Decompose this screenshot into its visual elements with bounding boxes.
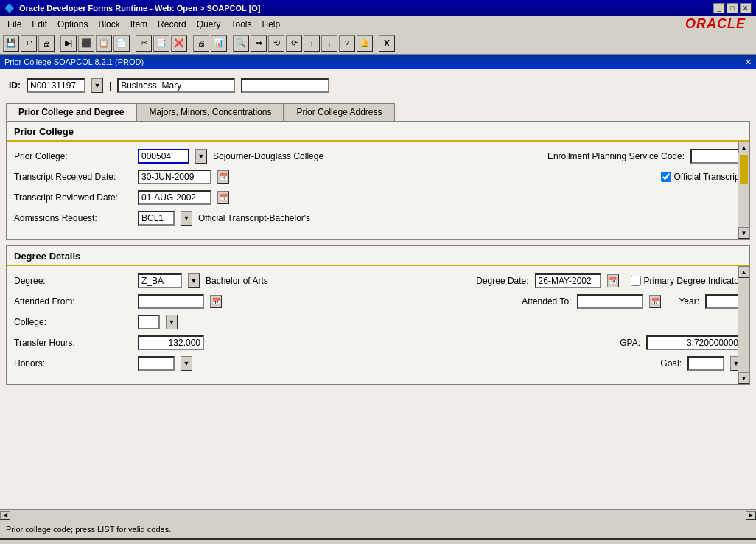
year-input[interactable] [705,294,742,309]
gpa-input[interactable] [646,335,742,350]
transcript-received-label: Transcript Received Date: [14,172,132,182]
toolbar-btn17[interactable]: 🔔 [357,35,373,52]
toolbar-btn12[interactable]: ⟲ [268,35,284,52]
degree-code-input[interactable] [138,273,182,288]
attended-to-cal-btn[interactable]: 📅 [649,295,661,308]
official-transcript-checkbox[interactable] [661,172,671,182]
menu-record[interactable]: Record [153,18,191,31]
toolbar-btn7[interactable]: ❌ [171,35,187,52]
toolbar-back-btn[interactable]: ↩ [21,35,37,52]
gpa-label: GPA: [620,338,640,348]
menu-block[interactable]: Block [94,18,124,31]
prior-college-dropdown[interactable]: ▼ [195,149,207,164]
year-label: Year: [679,296,699,307]
toolbar-btn15[interactable]: ↓ [321,35,337,52]
transcript-reviewed-input[interactable] [138,190,211,205]
toolbar-print-btn[interactable]: 🖨 [38,35,55,52]
admissions-name: Official Transcript-Bachelor's [198,213,310,223]
toolbar-btn11[interactable]: ➡ [251,35,267,52]
official-transcript-label: Official Transcript [674,172,742,182]
toolbar-x-button[interactable]: X [379,35,395,52]
admissions-dropdown[interactable]: ▼ [181,211,192,226]
honors-input[interactable] [138,356,175,371]
transcript-received-cal-btn[interactable]: 📅 [217,170,229,184]
id-separator: | [109,80,111,91]
degree-details-header: Degree Details [7,246,749,266]
tab-address[interactable]: Prior College Address [284,103,394,121]
transcript-received-input[interactable] [138,170,211,184]
scroll-up-btn[interactable]: ▲ [738,142,749,153]
toolbar-btn14[interactable]: ↑ [304,35,320,52]
h-scroll-track [10,511,746,520]
menu-items: File Edit Options Block Item Record Quer… [3,18,284,31]
close-button[interactable]: ✕ [740,3,752,13]
toolbar-btn2[interactable]: ⬛ [78,35,94,52]
bottom-bar: Record: 1/? | ... | <OSC> [0,538,756,544]
toolbar-btn16[interactable]: ? [339,35,355,52]
toolbar-btn5[interactable]: ✂ [136,35,152,52]
attended-to-label: Attended To: [522,296,571,307]
toolbar-save-btn[interactable]: 💾 [3,35,19,52]
menu-file[interactable]: File [3,18,26,31]
transfer-hours-input[interactable] [138,335,204,350]
toolbar-btn8[interactable]: 🖨 [193,35,209,52]
degree-scroll-up[interactable]: ▲ [738,266,749,278]
prior-college-name: Sojourner-Douglass College [213,151,323,161]
degree-scrollbar[interactable]: ▲ ▼ [738,266,749,384]
menu-help[interactable]: Help [257,18,284,31]
admissions-code-input[interactable] [138,211,175,226]
horizontal-scrollbar[interactable]: ◀ ▶ [0,509,756,520]
menu-edit[interactable]: Edit [27,18,52,31]
prior-college-body: Prior College: ▼ Sojourner-Douglass Coll… [7,142,749,239]
window-title: Oracle Developer Forms Runtime - Web: Op… [19,4,261,13]
main-content: ID: ▼ | Prior College and Degree Majors,… [0,69,756,509]
scroll-down-btn[interactable]: ▼ [738,227,749,239]
transfer-gpa-row: Transfer Hours: GPA: [14,335,742,350]
toolbar-btn4[interactable]: 📄 [113,35,130,52]
degree-name: Bachelor of Arts [206,276,268,286]
degree-scroll-down[interactable]: ▼ [738,372,749,384]
primary-degree-checkbox[interactable] [631,276,641,286]
attended-from-input[interactable] [138,294,204,309]
menu-options[interactable]: Options [53,18,92,31]
prior-college-code-input[interactable] [138,149,189,164]
toolbar-btn13[interactable]: ⟳ [286,35,302,52]
status-bar: Prior college code; press LIST for valid… [0,520,756,538]
tab-prior-college[interactable]: Prior College and Degree [6,103,136,121]
menu-query[interactable]: Query [192,18,225,31]
toolbar-btn1[interactable]: ▶| [60,35,77,52]
id-input[interactable] [27,78,85,93]
college-dropdown[interactable]: ▼ [166,315,178,329]
enrollment-input[interactable] [690,149,742,164]
toolbar-btn6[interactable]: 📑 [153,35,169,52]
oracle-logo: ORACLE [685,16,753,32]
id-dropdown-btn[interactable]: ▼ [91,78,103,93]
tab-majors[interactable]: Majors, Minors, Concentrations [136,103,284,121]
form-close-icon[interactable]: ✕ [745,57,752,67]
prior-college-scrollbar[interactable]: ▲ ▼ [738,142,749,239]
honors-label: Honors: [14,358,132,369]
attended-to-input[interactable] [577,294,643,309]
transcript-reviewed-cal-btn[interactable]: 📅 [217,191,229,204]
toolbar-btn3[interactable]: 📋 [96,35,112,52]
degree-details-body: Degree: ▼ Bachelor of Arts Degree Date: … [7,266,749,384]
degree-dropdown[interactable]: ▼ [188,273,200,288]
name-input[interactable] [117,78,235,93]
college-code-input[interactable] [138,315,160,329]
h-scroll-left-btn[interactable]: ◀ [0,511,10,520]
minimize-button[interactable]: _ [713,3,725,13]
maximize-button[interactable]: □ [727,3,738,13]
degree-date-input[interactable] [535,273,601,288]
toolbar-btn9[interactable]: 📊 [211,35,227,52]
menu-item[interactable]: Item [126,18,152,31]
h-scroll-right-btn[interactable]: ▶ [746,511,756,520]
toolbar-btn10[interactable]: 🔍 [233,35,249,52]
goal-input[interactable] [687,356,724,371]
degree-date-cal-btn[interactable]: 📅 [607,274,619,287]
honors-dropdown[interactable]: ▼ [181,356,192,371]
extra-field[interactable] [241,78,329,93]
prior-college-label: Prior College: [14,151,132,161]
attended-from-cal-btn[interactable]: 📅 [210,295,222,308]
menu-tools[interactable]: Tools [226,18,256,31]
primary-degree-label: Primary Degree Indicator [644,276,742,286]
